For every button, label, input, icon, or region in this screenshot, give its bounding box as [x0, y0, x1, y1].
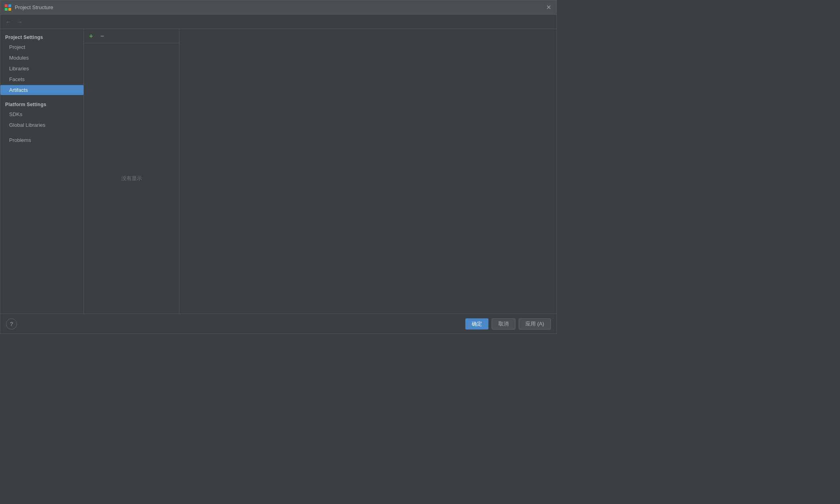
back-button[interactable]: ←: [4, 17, 13, 27]
title-bar-left: Project Structure: [4, 4, 53, 11]
bottom-left: ?: [6, 318, 17, 330]
svg-rect-0: [5, 4, 8, 7]
app-icon: [4, 4, 12, 11]
main-content: Project Settings Project Modules Librari…: [0, 29, 556, 314]
sidebar-item-sdks[interactable]: SDKs: [0, 109, 84, 119]
bottom-bar: ? 确定 取消 应用 (A): [0, 314, 556, 333]
svg-rect-1: [8, 4, 11, 7]
project-structure-window: Project Structure ✕ ← → Project Settings…: [0, 0, 557, 334]
forward-button[interactable]: →: [15, 17, 24, 27]
sidebar-item-artifacts[interactable]: Artifacts: [0, 85, 84, 95]
cancel-button[interactable]: 取消: [492, 318, 515, 330]
center-toolbar: + −: [84, 29, 179, 43]
add-artifact-button[interactable]: +: [86, 31, 96, 41]
sidebar-item-global-libraries[interactable]: Global Libraries: [0, 120, 84, 130]
svg-rect-3: [8, 8, 11, 11]
help-button[interactable]: ?: [6, 318, 17, 330]
sidebar-item-problems[interactable]: Problems: [0, 135, 84, 145]
right-panel: [179, 29, 556, 314]
remove-artifact-button[interactable]: −: [97, 31, 107, 41]
center-panel: + − 没有显示: [84, 29, 179, 314]
platform-settings-section-label: Platform Settings: [0, 99, 84, 109]
title-bar: Project Structure ✕: [0, 0, 556, 15]
window-title: Project Structure: [15, 4, 53, 10]
nav-bar: ← →: [0, 15, 556, 29]
apply-button[interactable]: 应用 (A): [519, 318, 551, 330]
svg-rect-2: [5, 8, 8, 11]
bottom-right: 确定 取消 应用 (A): [465, 318, 551, 330]
sidebar: Project Settings Project Modules Librari…: [0, 29, 84, 314]
sidebar-item-facets[interactable]: Facets: [0, 74, 84, 84]
ok-button[interactable]: 确定: [465, 318, 488, 330]
sidebar-item-modules[interactable]: Modules: [0, 53, 84, 63]
project-settings-section-label: Project Settings: [0, 32, 84, 42]
sidebar-item-libraries[interactable]: Libraries: [0, 64, 84, 74]
sidebar-item-project[interactable]: Project: [0, 42, 84, 52]
close-button[interactable]: ✕: [544, 4, 552, 12]
center-empty-label: 没有显示: [84, 43, 179, 314]
